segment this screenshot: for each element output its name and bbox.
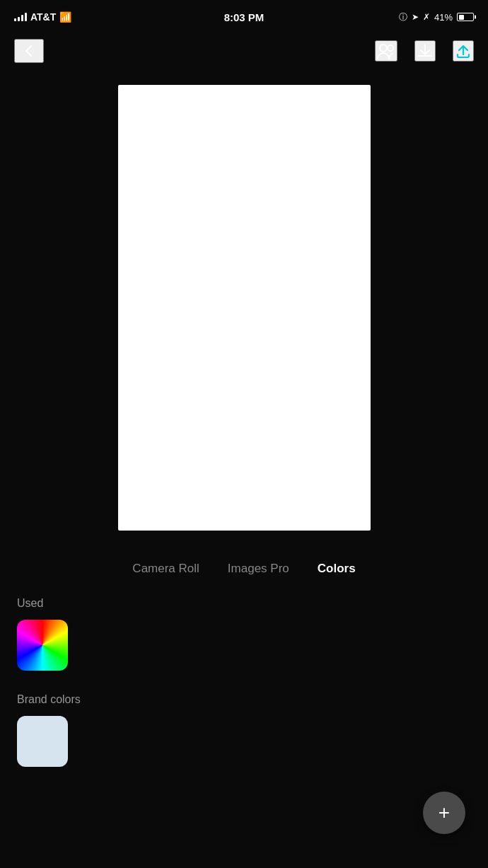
status-bar: AT&T 📶 8:03 PM ⓘ ➤ ✗ 41% xyxy=(0,0,488,31)
location-icon: ➤ xyxy=(412,12,419,22)
document-canvas[interactable] xyxy=(118,85,371,531)
brand-colors-section: Brand colors xyxy=(0,682,488,767)
share-button[interactable] xyxy=(453,40,474,62)
people-button[interactable] xyxy=(375,40,397,62)
signal-bar-4 xyxy=(25,13,27,21)
nav-icons xyxy=(375,40,474,62)
download-button[interactable] xyxy=(414,40,436,62)
signal-bar-3 xyxy=(21,15,23,21)
carrier-label: AT&T xyxy=(30,11,56,23)
tab-colors[interactable]: Colors xyxy=(318,559,356,579)
plus-icon: + xyxy=(438,802,450,824)
status-right: ⓘ ➤ ✗ 41% xyxy=(399,11,474,23)
battery-percent: 41% xyxy=(434,12,453,23)
light-blue-swatch[interactable] xyxy=(17,716,68,767)
download-icon xyxy=(416,42,434,60)
chevron-left-icon xyxy=(21,43,37,59)
used-label: Used xyxy=(17,597,471,610)
add-color-button[interactable]: + xyxy=(423,792,465,834)
bluetooth-icon: ✗ xyxy=(423,12,430,22)
used-swatches xyxy=(17,620,471,671)
wifi-icon: 📶 xyxy=(59,11,71,23)
tab-camera-roll[interactable]: Camera Roll xyxy=(132,559,199,579)
canvas-area xyxy=(0,71,488,545)
svg-point-1 xyxy=(388,45,393,51)
nav-bar xyxy=(0,31,488,71)
signal-bar-2 xyxy=(18,17,20,21)
rainbow-swatch[interactable] xyxy=(17,620,68,671)
back-button[interactable] xyxy=(14,39,44,63)
status-left: AT&T 📶 xyxy=(14,11,71,23)
share-icon xyxy=(454,42,472,60)
brand-colors-label: Brand colors xyxy=(17,693,471,706)
people-icon xyxy=(376,42,396,60)
used-section: Used xyxy=(0,586,488,682)
battery-icon xyxy=(457,13,474,21)
svg-point-0 xyxy=(380,45,387,52)
lock-icon: ⓘ xyxy=(399,11,407,23)
signal-bar-1 xyxy=(14,18,16,21)
status-time: 8:03 PM xyxy=(224,11,265,23)
bottom-tabs: Camera Roll Images Pro Colors xyxy=(0,545,488,586)
brand-swatches xyxy=(17,716,471,767)
signal-bars-icon xyxy=(14,13,27,21)
tab-images-pro[interactable]: Images Pro xyxy=(228,559,289,579)
